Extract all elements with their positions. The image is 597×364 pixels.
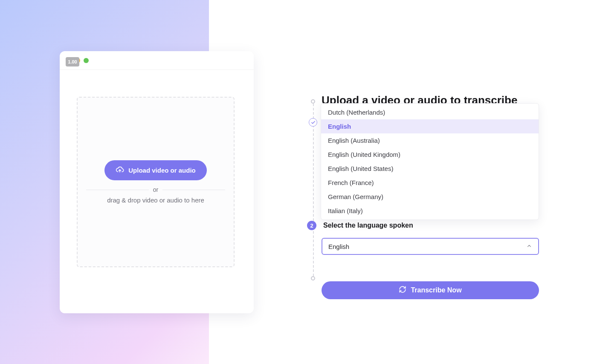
step-2-row: 2 Select the language spoken — [307, 221, 546, 230]
upload-panel: 1.00 Upload video or audio or drag & dro… — [60, 51, 254, 313]
drop-hint-text: drag & drop video or audio to here — [107, 196, 204, 204]
chevron-up-icon — [526, 243, 532, 250]
traffic-light-max — [84, 58, 89, 63]
language-option[interactable]: German (Germany) — [321, 190, 539, 204]
refresh-icon — [399, 286, 406, 295]
language-dropdown[interactable]: Dutch (Netherlands)EnglishEnglish (Austr… — [321, 103, 539, 220]
divider-row: or — [86, 186, 225, 193]
upload-button[interactable]: Upload video or audio — [104, 160, 207, 180]
language-select-value: English — [328, 243, 349, 250]
transcribe-button-label: Transcribe Now — [411, 286, 461, 294]
language-option[interactable]: Italian (Italy) — [321, 204, 539, 218]
language-option[interactable]: English — [321, 119, 539, 133]
language-option[interactable]: English (United Kingdom) — [321, 147, 539, 162]
divider-line-left — [86, 190, 149, 190]
language-option[interactable]: English (Australia) — [321, 133, 539, 147]
language-option[interactable]: Dutch (Netherlands) — [321, 105, 539, 119]
duration-badge: 1.00 — [66, 57, 79, 66]
step-2-label: Select the language spoken — [323, 222, 413, 229]
upload-dropzone[interactable]: Upload video or audio or drag & drop vid… — [77, 97, 235, 267]
language-select[interactable]: English — [322, 238, 539, 255]
transcribe-button[interactable]: Transcribe Now — [322, 281, 539, 299]
cloud-upload-icon — [116, 165, 124, 175]
step-2-badge: 2 — [307, 221, 316, 230]
divider-text: or — [153, 186, 158, 193]
panel-titlebar — [60, 51, 254, 70]
divider-line-right — [162, 190, 225, 190]
language-option[interactable]: English (United States) — [321, 162, 539, 176]
upload-button-label: Upload video or audio — [128, 167, 196, 174]
language-option[interactable]: French (France) — [321, 176, 539, 190]
